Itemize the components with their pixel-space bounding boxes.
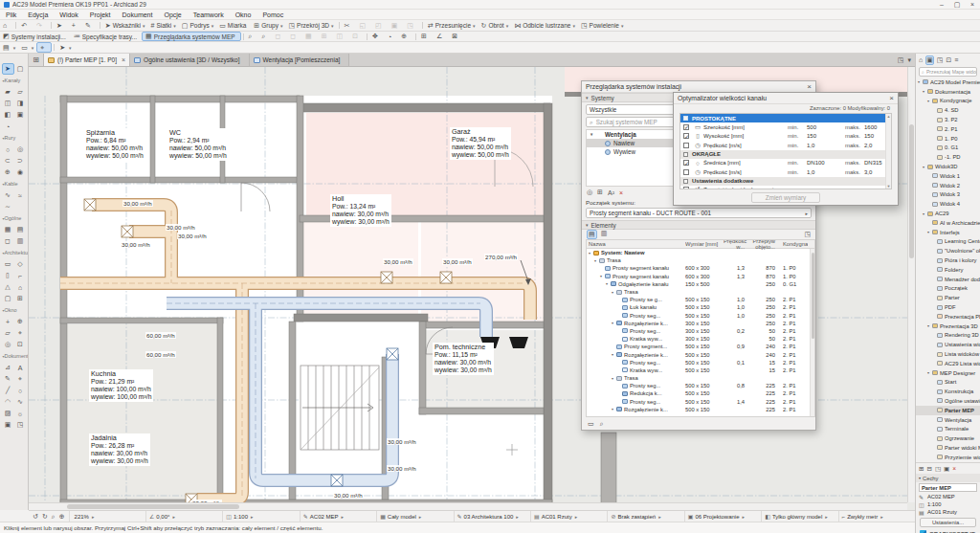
toolbox-item[interactable]: ◎ <box>14 144 27 155</box>
apply-dimensions-button[interactable]: Zmień wymiary <box>751 192 820 203</box>
toolbar-button[interactable]: ◳Powielenie▾ <box>578 20 627 31</box>
navigator-tree-item[interactable]: PDF <box>916 302 980 312</box>
toolbox-item[interactable]: ◫ <box>2 98 14 109</box>
toolbox-item[interactable]: + <box>2 316 14 327</box>
toolbox-item[interactable]: Okno <box>2 304 27 316</box>
toolbar-button[interactable]: ⊞ <box>418 32 434 41</box>
navigator-mode-icon[interactable]: ◳ <box>937 56 944 64</box>
element-row[interactable]: Prosty seg... 300 x 150 0,2 50 2. P1 <box>587 327 814 335</box>
checkbox[interactable] <box>683 160 689 166</box>
toolbox-item[interactable]: ⌂ <box>14 281 27 293</box>
panel-footer-icon[interactable]: ▭ <box>588 420 594 428</box>
menu-item[interactable]: Teamwork <box>188 11 230 18</box>
toolbox-item[interactable]: ☼ <box>14 408 27 419</box>
navigator-tree-item[interactable]: Pióra i kolory <box>916 255 980 265</box>
quickbar-dropdown[interactable]: ▤ AC01 Rzuty ▸ <box>530 511 607 522</box>
toolbar-button[interactable]: ↶ <box>18 20 33 31</box>
element-row[interactable]: Redukcja k... 500 x 150 225 2. P1 <box>587 389 814 397</box>
toolbox-item[interactable]: ⌖ <box>14 327 27 339</box>
toolbox-item[interactable]: ◧ <box>2 109 14 121</box>
min-value[interactable]: DN100 <box>807 160 845 166</box>
navigator-tree-item[interactable]: Foldery <box>916 265 980 275</box>
checkbox[interactable] <box>683 187 689 189</box>
toolbox-item[interactable]: ⊕ <box>14 316 27 327</box>
optimizer-row[interactable]: ▭ Szerokość [mm] min. 500 maks. 1600 <box>680 122 891 132</box>
toolbox-item[interactable]: ○ <box>14 385 27 396</box>
toolbox-item[interactable]: ╱ <box>2 385 14 396</box>
element-row[interactable]: Kratka wyw... 500 x 150 15 2. P1 <box>587 366 814 374</box>
element-row[interactable]: Prosty segment... 500 x 150 0,9 240 2. P… <box>587 343 814 350</box>
min-value[interactable]: 500 <box>807 124 845 130</box>
properties-toolbar-icon[interactable]: ⊞ <box>919 465 924 473</box>
navigator-mode-icon[interactable]: ⌂ <box>919 56 923 63</box>
element-row[interactable]: Prosty seg... 500 x 150 0,8 225 2. P1 <box>587 382 814 389</box>
systems-toolbar-icon[interactable]: ◎ <box>587 189 592 196</box>
navigator-tree-item[interactable]: "Uwolnione" okna <box>916 246 980 255</box>
toolbar-button[interactable]: ◰ <box>372 20 389 31</box>
element-row[interactable]: ▾Rozgałęzienie k... 500 x 150 240 2. P1 <box>587 350 814 358</box>
elements-section-header[interactable]: Elementy <box>582 220 815 230</box>
navigator-tree-item[interactable]: AC29 Lista widoków <box>916 359 980 368</box>
quickbar-dropdown[interactable]: ▣ 06 Projektowanie ▸ <box>684 511 761 522</box>
toolbox-item[interactable]: ⊞ <box>14 293 27 304</box>
close-button[interactable]: × <box>965 1 980 9</box>
min-value[interactable]: 150 <box>807 133 845 139</box>
system-start-dropdown[interactable]: Prosty segment kanału - DUCT ROUTE - 001… <box>586 208 812 218</box>
toolbar-button[interactable]: ⌕ <box>258 32 272 41</box>
close-icon[interactable]: × <box>807 82 812 91</box>
navigator-mode-icon[interactable]: ▣ <box>925 56 934 65</box>
navigator-tree-item[interactable]: Lista widoków <box>916 349 980 359</box>
toolbar-button[interactable]: ◻ <box>287 32 302 41</box>
toolbox-item[interactable]: ▭ <box>2 258 14 270</box>
navigator-tree-item[interactable]: Ogólne ustawienia <box>916 396 980 406</box>
toolbox-item[interactable]: ▥ <box>14 235 27 247</box>
scrollbar-thumb[interactable] <box>909 124 914 258</box>
navigator-tree-item[interactable]: Parter <box>916 293 980 302</box>
toolbar-button[interactable]: ◩Systemy instalacji... <box>0 32 71 41</box>
toolbar-button[interactable]: ◱ <box>356 20 372 31</box>
quickbar-dropdown[interactable]: ✎ AC02 MEP ▸ <box>300 511 376 522</box>
toolbar-button[interactable] <box>339 22 340 30</box>
maximize-button[interactable]: ▢ <box>949 1 965 9</box>
menu-item[interactable]: Edycja <box>22 11 54 18</box>
navigator-tree-item[interactable]: Menadżer dodatków <box>916 275 980 284</box>
checkbox[interactable] <box>683 124 689 130</box>
quickbar-dropdown[interactable]: ⊘ Brak zastąpień ▸ <box>607 511 683 522</box>
toolbar-button[interactable]: ⊠ <box>449 32 464 41</box>
toolbar-button[interactable]: ◻ <box>272 32 287 41</box>
properties-toolbar-icon[interactable]: ▣ <box>944 465 949 473</box>
navigator-tree-item[interactable]: 3. P2 <box>916 115 980 124</box>
toolbar-button[interactable]: ▦Przeglądarka systemów MEP <box>142 32 241 41</box>
navigator-tree-item[interactable]: ▾ AC29 <box>916 209 980 218</box>
menu-item[interactable]: Projekt <box>84 11 117 18</box>
toolbox-item[interactable]: ▰ <box>2 86 14 98</box>
toolbox-item[interactable]: ◻ <box>2 235 14 247</box>
dialog-scrollbar[interactable]: ▲▼ <box>885 114 891 189</box>
quick-option-button[interactable]: ▭▾ <box>18 42 36 53</box>
optimizer-row[interactable]: ↺ Zresetuj indywidualne wymiary segment.… <box>680 186 891 190</box>
navigator-tree-item[interactable]: 1. P0 <box>916 134 980 144</box>
navigator-tree-item[interactable]: -1. PD <box>916 152 980 162</box>
optimizer-row[interactable]: ○ Średnica [mm] min. DN100 maks. DN315 <box>680 159 891 168</box>
toolbar-button[interactable]: ▢Podrys▾ <box>179 20 216 31</box>
element-row[interactable]: ▾Odgałęzienie kanału 150 x 500 250 0. G1 <box>587 280 814 288</box>
toolbox-item[interactable]: Kanały <box>2 75 27 86</box>
toolbox-item[interactable]: ◳ <box>14 419 27 431</box>
navigator-tree-item[interactable]: ▾ AC29 Model Premiera OK1 <box>916 78 980 87</box>
toolbar-button[interactable]: ≔Specyfikacje trasy... <box>71 32 142 41</box>
toolbar-button[interactable]: ✥ <box>369 32 385 41</box>
toolbox-item[interactable]: Dokument <box>2 350 27 362</box>
toolbox-item[interactable]: ▱ <box>2 327 14 339</box>
navigator-tree-item[interactable]: Parter MEP <box>916 406 980 415</box>
navigator-search-input[interactable]: ⌕ Przeszukaj Mapę widok... <box>919 67 977 77</box>
toolbar-button[interactable] <box>243 33 244 40</box>
quick-option-button[interactable]: ⌖ <box>36 42 52 53</box>
group-header-additional[interactable]: Ustawienia dodatkowe <box>680 177 891 186</box>
toolbar-button[interactable] <box>415 33 416 40</box>
toolbox-item[interactable]: △ <box>2 281 14 293</box>
toolbar-button[interactable] <box>100 22 100 30</box>
toolbox-item[interactable]: ⊡ <box>14 339 27 350</box>
toolbar-button[interactable]: ⊞ <box>319 32 334 41</box>
toolbox-item[interactable]: Architektura <box>2 247 27 258</box>
toolbox-item[interactable]: ▢ <box>14 63 27 75</box>
